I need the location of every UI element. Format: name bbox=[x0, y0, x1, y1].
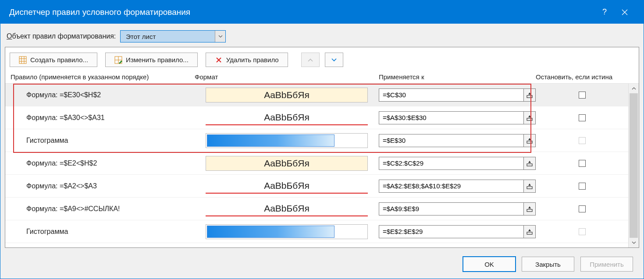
svg-rect-2 bbox=[19, 57, 26, 64]
svg-marker-14 bbox=[528, 92, 531, 95]
vertical-scrollbar[interactable] bbox=[628, 84, 639, 247]
edit-rule-button[interactable]: Изменить правило... bbox=[105, 53, 198, 67]
rule-row[interactable]: Гистограмма bbox=[5, 129, 628, 152]
stop-if-true-checkbox[interactable] bbox=[579, 92, 586, 99]
svg-rect-17 bbox=[527, 141, 532, 143]
format-preview-cell: AaBbБбЯя bbox=[195, 88, 379, 102]
format-preview: AaBbБбЯя bbox=[206, 156, 368, 171]
rule-row[interactable]: Формула: =$A30<>$A31AaBbБбЯя bbox=[5, 106, 628, 129]
scope-row: Объект правил форматирования: Этот лист bbox=[5, 30, 639, 42]
rule-text: Формула: =$A30<>$A31 bbox=[11, 114, 195, 122]
stop-if-true-cell bbox=[536, 205, 628, 212]
ok-button[interactable]: OK bbox=[463, 257, 516, 272]
stop-if-true-checkbox bbox=[579, 137, 586, 144]
scope-dropdown[interactable]: Этот лист bbox=[120, 30, 226, 42]
svg-marker-16 bbox=[528, 115, 531, 117]
rule-text: Формула: =$E2<$H$2 bbox=[11, 159, 195, 167]
applies-to-input[interactable] bbox=[379, 111, 523, 124]
rule-row[interactable]: Формула: =$E30<$H$2AaBbБбЯя bbox=[5, 84, 628, 106]
applies-to-input[interactable] bbox=[379, 157, 523, 170]
svg-rect-23 bbox=[527, 209, 532, 212]
delete-rule-button[interactable]: Удалить правило bbox=[206, 53, 288, 67]
applies-to-cell bbox=[379, 88, 536, 102]
close-button[interactable]: Закрыть bbox=[522, 257, 574, 272]
rule-text: Гистограмма bbox=[11, 228, 195, 236]
format-preview-cell: AaBbБбЯя bbox=[195, 110, 379, 125]
format-preview bbox=[206, 133, 368, 148]
stop-if-true-cell bbox=[536, 228, 628, 235]
window-close-button[interactable] bbox=[615, 0, 635, 24]
stop-if-true-checkbox[interactable] bbox=[579, 183, 586, 190]
scope-dropdown-value: Этот лист bbox=[121, 33, 215, 40]
applies-to-cell bbox=[379, 225, 536, 238]
window-title: Диспетчер правил условного форматировани… bbox=[9, 7, 594, 17]
range-select-icon[interactable] bbox=[523, 225, 536, 238]
scroll-down-button[interactable] bbox=[629, 238, 639, 247]
svg-rect-13 bbox=[527, 95, 532, 98]
format-preview bbox=[206, 224, 368, 239]
range-select-icon[interactable] bbox=[523, 134, 536, 147]
chevron-down-icon[interactable] bbox=[215, 31, 225, 42]
stop-if-true-checkbox[interactable] bbox=[579, 160, 586, 167]
svg-marker-20 bbox=[528, 161, 531, 163]
stop-if-true-checkbox[interactable] bbox=[579, 114, 586, 121]
stop-if-true-cell bbox=[536, 160, 628, 167]
delete-rule-label: Удалить правило bbox=[226, 56, 279, 64]
applies-to-input[interactable] bbox=[379, 225, 523, 238]
range-select-icon[interactable] bbox=[523, 111, 536, 124]
data-bar-fill bbox=[207, 226, 334, 238]
dialog-window: Диспетчер правил условного форматировани… bbox=[0, 0, 644, 279]
range-select-icon[interactable] bbox=[523, 88, 536, 102]
create-rule-button[interactable]: Создать правило... bbox=[10, 53, 97, 67]
rule-text: Формула: =$E30<$H$2 bbox=[11, 91, 195, 99]
header-stop: Остановить, если истина bbox=[536, 73, 628, 81]
svg-marker-18 bbox=[528, 138, 531, 140]
applies-to-cell bbox=[379, 180, 536, 193]
format-preview-cell: AaBbБбЯя bbox=[195, 201, 379, 216]
scroll-up-button[interactable] bbox=[629, 84, 639, 93]
stop-if-true-cell bbox=[536, 137, 628, 144]
rule-row[interactable]: Формула: =$A2<>$A3AaBbБбЯя bbox=[5, 175, 628, 198]
rule-row[interactable]: Формула: =$A9<>#ССЫЛКА!AaBbБбЯя bbox=[5, 198, 628, 220]
format-preview: AaBbБбЯя bbox=[206, 88, 368, 102]
help-button[interactable]: ? bbox=[594, 0, 615, 24]
rule-text: Формула: =$A9<>#ССЫЛКА! bbox=[11, 205, 195, 213]
stop-if-true-checkbox[interactable] bbox=[579, 205, 586, 212]
range-select-icon[interactable] bbox=[523, 180, 536, 193]
rule-row[interactable]: Гистограмма bbox=[5, 220, 628, 243]
applies-to-cell bbox=[379, 202, 536, 215]
svg-rect-25 bbox=[527, 232, 532, 234]
scroll-thumb[interactable] bbox=[630, 93, 638, 238]
format-preview: AaBbБбЯя bbox=[206, 110, 368, 125]
edit-icon bbox=[114, 56, 122, 64]
edit-rule-label: Изменить правило... bbox=[126, 56, 189, 64]
svg-marker-26 bbox=[528, 229, 531, 231]
applies-to-input[interactable] bbox=[379, 180, 523, 193]
move-down-button[interactable] bbox=[325, 53, 343, 67]
rule-text: Гистограмма bbox=[11, 137, 195, 145]
rule-row[interactable]: Формула: =$E2<$H$2AaBbБбЯя bbox=[5, 152, 628, 175]
range-select-icon[interactable] bbox=[523, 202, 536, 215]
applies-to-input[interactable] bbox=[379, 134, 523, 147]
column-headers: Правило (применяется в указанном порядке… bbox=[5, 72, 639, 84]
grid-icon bbox=[19, 56, 27, 64]
applies-to-cell bbox=[379, 157, 536, 170]
rule-text: Формула: =$A2<>$A3 bbox=[11, 182, 195, 190]
toolbar: Создать правило... Изменить правило... У… bbox=[5, 47, 639, 72]
format-preview-cell: AaBbБбЯя bbox=[195, 156, 379, 171]
dialog-body: Объект правил форматирования: Этот лист … bbox=[0, 24, 644, 279]
applies-to-input[interactable] bbox=[379, 202, 523, 215]
rules-rows: Формула: =$E30<$H$2AaBbБбЯяФормула: =$A3… bbox=[5, 84, 628, 247]
svg-rect-19 bbox=[527, 164, 532, 166]
applies-to-cell bbox=[379, 111, 536, 124]
data-bar-fill bbox=[207, 134, 334, 147]
svg-rect-15 bbox=[527, 118, 532, 120]
rules-panel: Создать правило... Изменить правило... У… bbox=[5, 47, 639, 248]
format-preview-cell bbox=[195, 224, 379, 239]
scroll-track[interactable] bbox=[629, 93, 639, 238]
stop-if-true-cell bbox=[536, 114, 628, 121]
create-rule-label: Создать правило... bbox=[30, 56, 88, 64]
range-select-icon[interactable] bbox=[523, 157, 536, 170]
applies-to-input[interactable] bbox=[379, 88, 523, 102]
svg-marker-24 bbox=[528, 206, 531, 208]
